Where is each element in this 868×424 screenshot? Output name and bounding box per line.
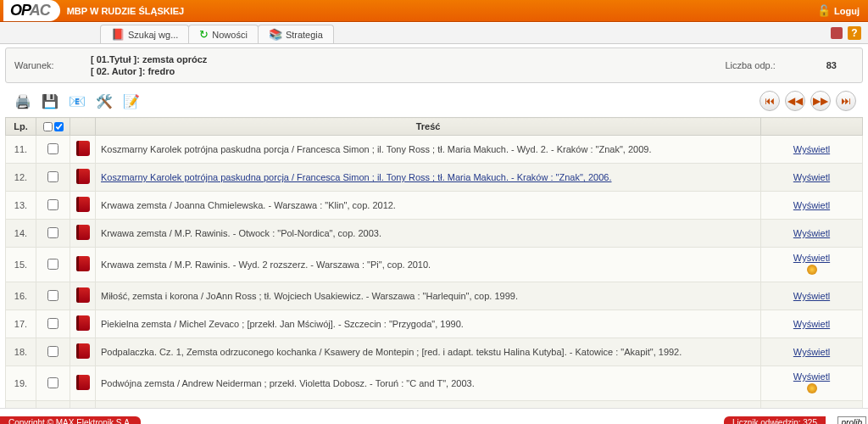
footer: Copyright © MAX Elektronik S.A. Licznik … <box>0 414 868 424</box>
cell-lp: 16. <box>6 282 36 310</box>
show-link[interactable]: Wyświetl <box>793 200 830 210</box>
table-row: 13.Krwawa zemsta / Joanna Chmielewska. -… <box>6 192 863 220</box>
pager: ⏮ ◀◀ ▶▶ ⏭ <box>760 91 856 111</box>
show-link[interactable]: Wyświetl <box>793 172 830 182</box>
audio-icon[interactable] <box>807 383 817 393</box>
show-link[interactable]: Wyświetl <box>793 371 830 382</box>
row-checkbox[interactable] <box>47 318 58 329</box>
record-title: Piekielna zemsta / Michel Zevaco ; [prze… <box>101 319 464 329</box>
cell-lp: 18. <box>6 338 36 366</box>
action-row: 🖨️ 💾 📧 🛠️ 📝 ⏮ ◀◀ ▶▶ ⏭ <box>5 85 863 117</box>
row-checkbox[interactable] <box>47 346 58 357</box>
book-icon <box>76 256 90 271</box>
login-button[interactable]: Loguj <box>834 6 860 16</box>
cell-lp: 11. <box>6 136 36 164</box>
show-link[interactable]: Wyświetl <box>793 228 830 238</box>
condition-bar: Warunek: [ 01.Tytuł ]: zemsta oprócz [ 0… <box>5 47 863 83</box>
table-row: 17.Piekielna zemsta / Michel Zevaco ; [p… <box>6 310 863 338</box>
tab-search[interactable]: 📕Szukaj wg... <box>100 25 189 43</box>
footer-copyright: Copyright © MAX Elektronik S.A. <box>0 416 141 424</box>
library-title: MBP W RUDZIE ŚLĄSKIEJ <box>67 6 817 16</box>
row-checkbox[interactable] <box>47 377 58 388</box>
toolbar-misc-icon[interactable] <box>831 27 843 39</box>
cell-lp: 14. <box>6 220 36 248</box>
record-title-link[interactable]: Koszmarny Karolek potrójna paskudna porc… <box>101 172 611 182</box>
condition-label: Warunek: <box>14 60 91 70</box>
help-icon[interactable] <box>848 26 861 40</box>
results-table: Lp. Treść 11.Koszmarny Karolek potrójna … <box>5 117 863 409</box>
main-toolbar: 📕Szukaj wg... ↻Nowości 📚Strategia <box>0 22 868 44</box>
book-icon <box>76 169 90 184</box>
table-row: 11.Koszmarny Karolek potrójna paskudna p… <box>6 136 863 164</box>
record-title: Miłość, zemsta i korona / JoAnn Ross ; t… <box>101 291 518 301</box>
show-link[interactable]: Wyświetl <box>793 144 830 154</box>
logo-text-grey: AC <box>30 2 50 19</box>
pager-first-icon[interactable]: ⏮ <box>760 91 780 111</box>
record-title: Koszmarny Karolek potrójna paskudna porc… <box>101 144 651 154</box>
record-title: Krwawa zemsta / Joanna Chmielewska. - Wa… <box>101 200 396 210</box>
th-action <box>761 118 863 136</box>
th-lp: Lp. <box>6 118 36 136</box>
cell-content: Krwawa zemsta / Joanna Chmielewska. - Wa… <box>96 192 761 220</box>
lock-open-icon <box>817 4 831 17</box>
th-checkbox <box>36 118 70 136</box>
table-row: 18.Podpalaczka. Cz. 1, Zemsta odrzuconeg… <box>6 338 863 366</box>
condition-text: [ 01.Tytuł ]: zemsta oprócz [ 02. Autor … <box>91 53 725 77</box>
logo[interactable]: OPAC <box>3 0 60 21</box>
th-content: Treść <box>96 118 761 136</box>
cell-content: Koszmarny Karolek potrójna paskudna porc… <box>96 136 761 164</box>
result-count: 83 <box>826 60 837 70</box>
table-row: 14.Krwawa zemsta / M.P. Rawinis. - Otwoc… <box>6 220 863 248</box>
cell-lp: 17. <box>6 310 36 338</box>
cell-content: Podwójna zemsta / Andrew Neiderman ; prz… <box>96 366 761 401</box>
tools-icon[interactable]: 🛠️ <box>93 90 115 112</box>
print-icon[interactable]: 🖨️ <box>12 90 34 112</box>
table-row: 20.Prawo, nie zemsta : wspomnienia / Szy… <box>6 401 863 410</box>
save-icon[interactable]: 💾 <box>39 90 61 112</box>
record-title: Podwójna zemsta / Andrew Neiderman ; prz… <box>101 378 475 388</box>
cell-content: Koszmarny Karolek potrójna paskudna porc… <box>96 164 761 192</box>
row-checkbox[interactable] <box>47 199 58 210</box>
pager-prev-icon[interactable]: ◀◀ <box>785 91 805 111</box>
select-all-checkbox-2[interactable] <box>54 122 64 131</box>
cell-content: Miłość, zemsta i korona / JoAnn Ross ; t… <box>96 282 761 310</box>
show-link[interactable]: Wyświetl <box>793 347 830 357</box>
tab-strategy[interactable]: 📚Strategia <box>258 25 334 43</box>
result-count-label: Liczba odp.: <box>725 60 775 70</box>
cell-lp: 12. <box>6 164 36 192</box>
row-checkbox[interactable] <box>47 227 58 238</box>
book-icon <box>76 225 90 240</box>
book-icon <box>76 315 90 331</box>
show-link[interactable]: Wyświetl <box>793 319 830 329</box>
book-icon <box>76 197 90 212</box>
show-link[interactable]: Wyświetl <box>793 253 830 263</box>
table-row: 16.Miłość, zemsta i korona / JoAnn Ross … <box>6 282 863 310</box>
cell-lp: 19. <box>6 366 36 401</box>
cell-lp: 15. <box>6 248 36 282</box>
pager-last-icon[interactable]: ⏭ <box>836 91 856 111</box>
book-icon <box>76 287 90 303</box>
row-checkbox[interactable] <box>47 259 58 270</box>
book-icon <box>76 141 90 156</box>
show-link[interactable]: Wyświetl <box>793 291 830 301</box>
row-checkbox[interactable] <box>47 290 58 301</box>
edit-icon[interactable]: 📝 <box>120 90 142 112</box>
footer-brand[interactable]: prolib <box>837 416 866 424</box>
audio-icon[interactable] <box>807 265 817 275</box>
cell-lp: 20. <box>6 401 36 410</box>
table-row: 15.Krwawa zemsta / M.P. Rawinis. - Wyd. … <box>6 248 863 282</box>
footer-counter: Licznik odwiedzin: 325 <box>724 416 826 424</box>
cell-lp: 13. <box>6 192 36 220</box>
cell-content: Krwawa zemsta / M.P. Rawinis. - Wyd. 2 r… <box>96 248 761 282</box>
pager-next-icon[interactable]: ▶▶ <box>810 91 831 111</box>
cell-content: Podpalaczka. Cz. 1, Zemsta odrzuconego k… <box>96 338 761 366</box>
cell-content: Piekielna zemsta / Michel Zevaco ; [prze… <box>96 310 761 338</box>
row-checkbox[interactable] <box>47 143 58 154</box>
row-checkbox[interactable] <box>47 171 58 182</box>
tab-news[interactable]: ↻Nowości <box>188 25 259 43</box>
show-link[interactable]: Wyświetl <box>793 406 830 409</box>
table-row: 12.Koszmarny Karolek potrójna paskudna p… <box>6 164 863 192</box>
search-book-icon: 📕 <box>111 28 125 41</box>
select-all-checkbox[interactable] <box>43 122 53 131</box>
email-icon[interactable]: 📧 <box>66 90 88 112</box>
